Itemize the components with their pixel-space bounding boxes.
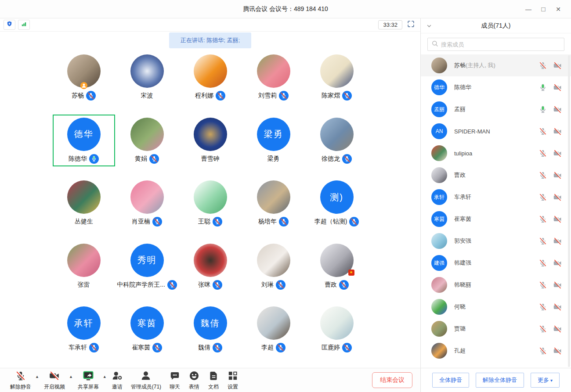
mic-muted-icon[interactable] — [89, 343, 99, 352]
mic-muted-icon[interactable] — [342, 343, 352, 352]
settings-button[interactable]: 设置 — [227, 370, 239, 390]
participant-tile[interactable]: 陈家熠 — [305, 51, 369, 115]
close-button[interactable]: ✕ — [551, 0, 566, 18]
member-row[interactable]: 苏畅(主持人, 我) — [421, 54, 571, 76]
minimize-button[interactable]: — — [521, 0, 536, 18]
mic-muted-icon[interactable] — [342, 154, 352, 164]
fullscreen-button[interactable] — [405, 20, 417, 30]
camera-muted-icon[interactable] — [553, 302, 562, 312]
mic-muted-icon[interactable] — [276, 343, 286, 352]
participant-tile[interactable]: 测) 李超（钻测) — [305, 177, 369, 241]
chat-button[interactable]: 聊天 — [169, 370, 181, 390]
member-row[interactable]: 建强 韩建强 — [421, 252, 571, 274]
camera-muted-icon[interactable] — [553, 149, 562, 158]
camera-muted-icon[interactable] — [553, 346, 562, 356]
network-quality-button[interactable] — [18, 20, 30, 30]
mic-muted-icon[interactable] — [538, 61, 547, 70]
expand-arrow-icon[interactable]: ▲ — [35, 374, 39, 379]
mic-muted-icon[interactable] — [279, 217, 289, 227]
mic-muted-icon[interactable] — [213, 280, 222, 290]
mic-muted-icon[interactable] — [538, 281, 547, 289]
camera-muted-icon[interactable] — [553, 324, 562, 334]
mic-muted-icon[interactable] — [86, 91, 96, 101]
participant-tile[interactable]: 寒茵 崔寒茵 — [116, 303, 179, 367]
mic-muted-icon[interactable] — [349, 217, 359, 227]
mic-muted-icon[interactable] — [339, 280, 349, 290]
mic-muted-icon[interactable] — [538, 259, 547, 267]
camera-muted-icon[interactable] — [553, 259, 562, 268]
member-row[interactable]: AN SPIDER-MAN — [421, 120, 571, 142]
member-row[interactable]: 孔超 — [421, 340, 571, 362]
participant-tile[interactable]: 丛健生 — [52, 177, 116, 241]
mic-muted-icon[interactable] — [538, 302, 547, 311]
participant-tile[interactable]: 魏倩 魏倩 — [179, 303, 242, 367]
mic-active-icon[interactable] — [538, 83, 547, 92]
maximize-button[interactable]: □ — [536, 0, 551, 18]
participant-tile[interactable]: ★ 曹政 — [305, 241, 369, 304]
mic-muted-icon[interactable] — [152, 343, 162, 352]
start-video-button[interactable]: 开启视频 — [44, 370, 65, 390]
mic-muted-icon[interactable] — [538, 324, 547, 333]
participant-tile[interactable]: 曹雪砷 — [179, 115, 242, 178]
mic-muted-icon[interactable] — [216, 91, 225, 101]
unmute-button[interactable]: 解除静音 — [10, 370, 31, 390]
participant-tile[interactable]: 杨培年 — [242, 177, 305, 241]
mute-all-button[interactable]: 全体静音 — [432, 373, 469, 388]
participant-tile[interactable]: 张咪 — [179, 241, 242, 304]
participant-tile[interactable]: 德华 陈德华 — [52, 115, 116, 178]
member-row[interactable]: 德华 陈德华 — [421, 76, 571, 98]
mic-muted-icon[interactable] — [276, 280, 286, 290]
mic-muted-icon[interactable] — [167, 280, 177, 290]
mic-muted-icon[interactable] — [152, 217, 162, 227]
mic-active-icon[interactable] — [538, 105, 547, 114]
mic-muted-icon[interactable] — [538, 193, 547, 201]
camera-muted-icon[interactable] — [553, 281, 562, 290]
participant-tile[interactable]: 刘雪莉 — [242, 51, 305, 115]
participant-tile[interactable]: 程利娜 — [179, 51, 242, 115]
mic-muted-icon[interactable] — [538, 237, 547, 245]
camera-muted-icon[interactable] — [553, 171, 562, 180]
participant-tile[interactable]: 王聪 — [179, 177, 242, 241]
participant-tile[interactable]: 刘琳 — [242, 241, 305, 304]
mic-muted-icon[interactable] — [213, 343, 222, 352]
mic-active-icon[interactable] — [89, 154, 99, 164]
participant-tile[interactable]: 肖亚楠 — [116, 177, 179, 241]
mic-muted-icon[interactable] — [538, 149, 547, 158]
participant-tile[interactable]: 李超 — [242, 303, 305, 367]
camera-muted-icon[interactable] — [553, 127, 562, 136]
expand-arrow-icon[interactable]: ▲ — [69, 374, 73, 379]
participant-tile[interactable]: 黄娟 — [116, 115, 179, 178]
participant-tile[interactable]: 匡鹿婷 — [305, 303, 369, 367]
camera-muted-icon[interactable] — [553, 193, 562, 202]
member-row[interactable]: 寒茵 崔寒茵 — [421, 208, 571, 230]
member-row[interactable]: 孟丽 孟丽 — [421, 98, 571, 120]
member-row[interactable]: 贾璐 — [421, 318, 571, 340]
unmute-all-button[interactable]: 解除全体静音 — [476, 373, 524, 388]
mic-muted-icon[interactable] — [279, 91, 289, 101]
mic-muted-icon[interactable] — [538, 127, 547, 136]
meeting-security-button[interactable] — [4, 20, 15, 30]
mic-muted-icon[interactable] — [538, 171, 547, 180]
camera-muted-icon[interactable] — [553, 83, 562, 92]
camera-muted-icon[interactable] — [553, 105, 562, 114]
participant-tile[interactable]: 张雷 — [52, 241, 116, 304]
participant-tile[interactable]: 宋波 — [116, 51, 179, 115]
member-row[interactable]: 何晓 — [421, 296, 571, 318]
participant-tile[interactable]: 梁勇 梁勇 — [242, 115, 305, 178]
member-row[interactable]: 郭安强 — [421, 230, 571, 252]
camera-muted-icon[interactable] — [553, 237, 562, 246]
manage-members-button[interactable]: 管理成员(71) — [131, 370, 161, 390]
collapse-panel-button[interactable] — [426, 23, 432, 31]
camera-muted-icon[interactable] — [553, 215, 562, 224]
share-screen-button[interactable]: 共享屏幕 — [78, 370, 99, 390]
member-row[interactable]: 承轩 车承轩 — [421, 186, 571, 208]
member-row[interactable]: tulipioa — [421, 142, 571, 164]
mic-muted-icon[interactable] — [213, 217, 222, 227]
member-row[interactable]: 韩晓丽 — [421, 274, 571, 296]
emoji-button[interactable]: 表情 — [188, 370, 200, 390]
mic-muted-icon[interactable] — [538, 346, 547, 355]
mic-muted-icon[interactable] — [149, 154, 159, 164]
mic-muted-icon[interactable] — [342, 91, 352, 101]
participant-tile[interactable]: 苏畅 — [52, 51, 116, 115]
expand-arrow-icon[interactable]: ▲ — [103, 374, 107, 379]
